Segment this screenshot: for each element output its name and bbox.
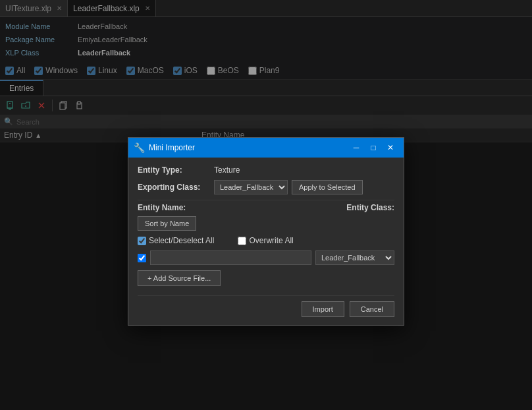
modal-column-headers: Entity Name: Entity Class: xyxy=(138,203,394,212)
exporting-class-label: Exporting Class: xyxy=(138,183,210,192)
overwrite-all-checkbox[interactable]: Overwrite All xyxy=(238,236,293,245)
modal-overlay: 🔧 Mini Importer ─ □ ✕ Entity Type: Textu… xyxy=(0,0,532,410)
dialog-body: Entity Type: Texture Exporting Class: Le… xyxy=(128,158,404,325)
exporting-class-row: Exporting Class: Leader_Fallback Apply t… xyxy=(138,180,394,194)
entity-name-col-label: Entity Name: xyxy=(138,203,186,212)
sort-by-name-button[interactable]: Sort by Name xyxy=(138,216,196,231)
dialog-minimize-button[interactable]: ─ xyxy=(348,141,364,154)
dialog-titlebar: 🔧 Mini Importer ─ □ ✕ xyxy=(128,138,404,158)
entity-type-row: Entity Type: Texture xyxy=(138,165,394,175)
import-button[interactable]: Import xyxy=(302,301,344,317)
mini-importer-dialog: 🔧 Mini Importer ─ □ ✕ Entity Type: Textu… xyxy=(128,137,404,326)
dialog-footer: Import Cancel xyxy=(138,295,394,317)
entity-class-col-label: Entity Class: xyxy=(346,203,394,212)
cancel-button[interactable]: Cancel xyxy=(350,301,394,317)
dialog-maximize-button[interactable]: □ xyxy=(365,141,381,154)
dialog-icon: 🔧 xyxy=(134,142,145,153)
add-source-file-button[interactable]: + Add Source File... xyxy=(138,270,221,286)
entry-checkbox[interactable] xyxy=(138,254,146,262)
select-all-row: Select/Deselect All Overwrite All xyxy=(138,236,394,245)
apply-to-selected-button[interactable]: Apply to Selected xyxy=(292,180,363,194)
dialog-close-button[interactable]: ✕ xyxy=(383,141,398,154)
select-deselect-all-checkbox[interactable]: Select/Deselect All xyxy=(138,236,214,245)
entry-name-input[interactable]: FALLBACK_NETURAL_FSN_ARCHER_EMIYA xyxy=(150,250,311,265)
entity-type-label: Entity Type: xyxy=(138,165,210,175)
exporting-class-select[interactable]: Leader_Fallback xyxy=(214,180,288,194)
dialog-controls: ─ □ ✕ xyxy=(348,141,398,154)
entry-class-select[interactable]: Leader_Fallback xyxy=(315,250,394,265)
entity-type-value: Texture xyxy=(214,165,240,175)
entry-row: FALLBACK_NETURAL_FSN_ARCHER_EMIYA Leader… xyxy=(138,250,394,265)
dialog-title: Mini Importer xyxy=(149,143,348,152)
